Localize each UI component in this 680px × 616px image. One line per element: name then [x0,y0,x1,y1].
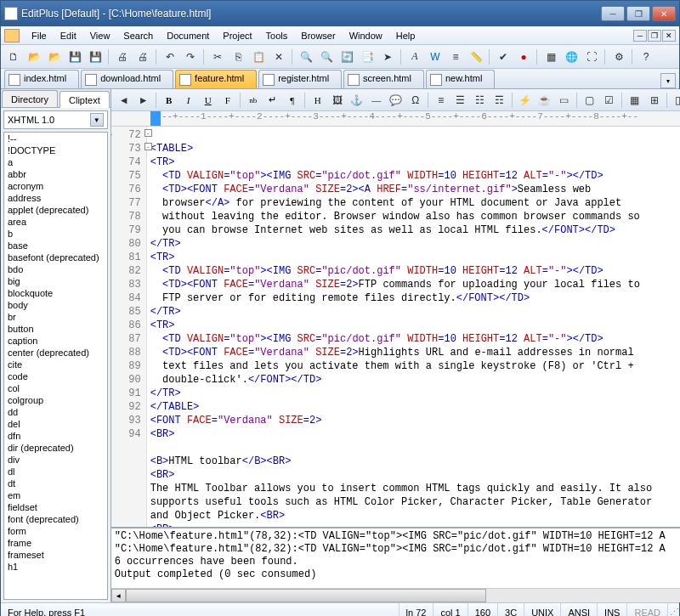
list-item[interactable]: !-- [4,133,107,144]
heading-button[interactable]: H [309,92,327,109]
output-panel[interactable]: "C:\Home\feature.html"(78,32):<TD VALIGN… [111,527,680,588]
hr-button[interactable]: — [367,92,386,109]
script-icon[interactable]: ⚡ [516,91,535,110]
list-item[interactable]: area [4,216,107,228]
print-icon[interactable]: 🖨 [113,48,132,66]
chevron-down-icon[interactable]: ▼ [90,113,104,127]
linenumber-icon[interactable]: ≡ [446,48,465,66]
applet-icon[interactable]: ☕ [536,91,554,110]
titlebar[interactable]: EditPlus [Default] - [C:\Home\feature.ht… [1,1,679,26]
find-in-files-icon[interactable]: 📑 [358,48,377,66]
browser-icon[interactable]: 🌐 [562,48,581,66]
mdi-restore-button[interactable]: ❐ [648,30,661,42]
break-button[interactable]: ↵ [264,92,282,109]
minimize-button[interactable]: ─ [601,6,625,21]
scroll-thumb[interactable] [126,589,487,602]
horizontal-scrollbar[interactable]: ◄ ► [111,588,680,602]
code-editor[interactable]: ▶ - - 7273747576777879808182838485868788… [111,127,680,527]
italic-button[interactable]: I [179,92,198,109]
list-item[interactable]: div [4,454,107,466]
list-item[interactable]: address [4,192,107,204]
close-button[interactable]: ✕ [652,6,676,21]
status-encoding[interactable]: UNIX [524,603,561,616]
menu-file[interactable]: File [25,28,54,43]
ruler-icon[interactable]: 📏 [467,48,485,66]
cut-icon[interactable]: ✂ [208,48,227,66]
redo-icon[interactable]: ↷ [181,48,200,66]
tab-download[interactable]: download.html [81,70,173,88]
tab-index[interactable]: index.html [4,70,79,88]
maximize-button[interactable]: ❐ [626,6,650,21]
list-item[interactable]: center (deprecated) [4,347,107,359]
list-item[interactable]: br [4,311,107,323]
list-item[interactable]: bdo [4,263,107,275]
menu-tools[interactable]: Tools [259,28,295,43]
open-remote-icon[interactable]: 📂 [45,48,64,66]
record-icon[interactable]: ● [514,48,533,66]
resize-grip-icon[interactable]: ⋰ [668,603,679,616]
list-item[interactable]: abbr [4,168,107,180]
object-icon[interactable]: ▭ [555,91,574,110]
menu-help[interactable]: Help [389,28,422,43]
list-item[interactable]: blockquote [4,287,107,299]
list-item[interactable]: base [4,240,107,251]
bold-button[interactable]: B [160,92,178,109]
list-item[interactable]: font (deprecated) [4,513,107,525]
formctrls-icon[interactable]: ☑ [600,91,619,110]
help-icon[interactable]: ? [637,48,655,66]
status-charset[interactable]: ANSI [561,603,598,616]
find-next-icon[interactable]: 🔍 [317,48,336,66]
menu-project[interactable]: Project [216,28,258,43]
list-item[interactable]: applet (deprecated) [4,204,107,216]
menu-document[interactable]: Document [160,28,216,43]
cliptext-list[interactable]: !--!DOCTYPEaabbracronymaddressapplet (de… [3,132,108,600]
anchor-icon[interactable]: ⚓ [348,91,366,110]
tab-register[interactable]: register.html [258,70,342,88]
delete-icon[interactable]: ✕ [269,48,288,66]
list-item[interactable]: dir (deprecated) [4,442,107,454]
list-item[interactable]: dl [4,466,107,478]
list-item[interactable]: dfn [4,430,107,442]
sidetab-cliptext[interactable]: Cliptext [60,91,110,108]
list-item[interactable]: b [4,228,107,240]
menu-window[interactable]: Window [343,28,389,43]
save-icon[interactable]: 💾 [65,48,84,66]
list-icon[interactable]: ☶ [490,91,509,110]
menu-edit[interactable]: Edit [54,28,83,43]
paragraph-button[interactable]: ¶ [283,92,302,109]
list-item[interactable]: big [4,275,107,287]
find-icon[interactable]: 🔍 [297,48,315,66]
ol-icon[interactable]: ☷ [471,91,490,110]
tab-new[interactable]: new.html [426,70,495,88]
tableins-icon[interactable]: ⊞ [645,91,664,110]
list-item[interactable]: body [4,299,107,311]
list-item[interactable]: cite [4,359,107,370]
tab-screen[interactable]: screen.html [343,70,424,88]
new-file-icon[interactable]: 🗋 [4,48,23,66]
list-item[interactable]: frame [4,537,107,549]
ul-icon[interactable]: ☰ [451,91,470,110]
tabs-more-icon[interactable]: ▾ [660,73,676,88]
font-button[interactable]: F [218,92,237,109]
mdi-minimize-button[interactable]: ─ [633,30,647,42]
preferences-icon[interactable]: ⚙ [609,48,628,66]
frame-icon[interactable]: ◫ [671,91,680,110]
comment-icon[interactable]: 💬 [387,91,405,110]
image-icon[interactable]: 🖼 [328,91,347,110]
next-icon[interactable]: ► [134,91,153,110]
goto-icon[interactable]: ➤ [378,48,397,66]
status-insert[interactable]: INS [598,603,627,616]
list-item[interactable]: fieldset [4,501,107,513]
list-item[interactable]: dt [4,478,107,489]
list-item[interactable]: form [4,525,107,537]
list-item[interactable]: frameset [4,549,107,561]
list-item[interactable]: caption [4,335,107,347]
list-item[interactable]: button [4,323,107,335]
fullscreen-icon[interactable]: ⛶ [582,48,601,66]
list-item[interactable]: dd [4,406,107,418]
list-item[interactable]: code [4,370,107,382]
window-list-icon[interactable]: ▦ [541,48,560,66]
list-item[interactable]: col [4,382,107,394]
replace-icon[interactable]: 🔄 [337,48,356,66]
list-item[interactable]: acronym [4,180,107,192]
